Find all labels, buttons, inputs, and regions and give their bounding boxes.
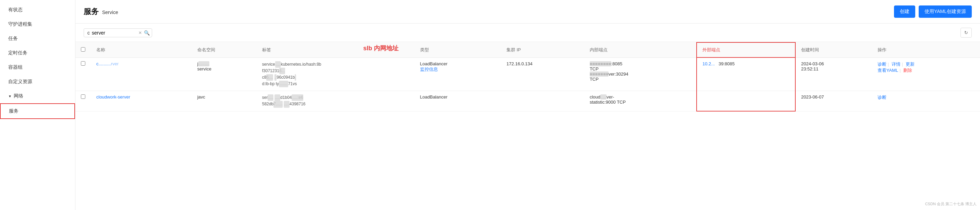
- sidebar-item-pods[interactable]: 容器组: [0, 60, 75, 74]
- page-title-group: 服务 Service: [84, 6, 118, 17]
- col-tags: 标签: [257, 43, 415, 57]
- page-subtitle: Service: [102, 9, 118, 15]
- col-type: 类型: [415, 43, 501, 57]
- search-box: c ✕ 🔍: [84, 28, 152, 37]
- sidebar-item-service[interactable]: 服务: [0, 103, 75, 119]
- row2-created-time: 2023-06-07: [795, 91, 872, 111]
- sidebar-section-label: 网络: [14, 93, 23, 99]
- row1-delete-link[interactable]: 删除: [903, 68, 912, 73]
- row1-cluster-ip: 172.16.0.134: [501, 57, 584, 91]
- row1-tags: service.....kubernetes.io/hash:8b f30712…: [257, 57, 415, 91]
- page-header: 服务 Service 创建 使用YAML创建资源: [75, 0, 980, 24]
- row1-namespace: j......... service: [192, 57, 257, 91]
- sidebar-item-cronjob[interactable]: 定时任务: [0, 46, 75, 60]
- sidebar-item-stateful[interactable]: 有状态: [0, 3, 75, 17]
- search-icon[interactable]: 🔍: [144, 30, 150, 36]
- row2-actions: 诊断: [872, 91, 980, 111]
- row1-ext-endpoint-port: 39:8085: [719, 61, 735, 66]
- row1-ext-endpoint-link[interactable]: 10.2...: [702, 61, 715, 66]
- col-cluster-ip: 集群 IP: [501, 43, 584, 57]
- watermark: CSDN 会员 第二十七条 博主人: [925, 201, 977, 207]
- main-content: 服务 Service 创建 使用YAML创建资源 slb 内网地址 c ✕ 🔍 …: [75, 0, 980, 210]
- content-area: slb 内网地址 c ✕ 🔍 ↻ 名: [75, 24, 980, 210]
- row2-namespace: javc: [192, 91, 257, 111]
- sidebar: 有状态 守护进程集 任务 定时任务 容器组 自定义资源 ▼ 网络 服务: [0, 0, 75, 210]
- row1-name: c..........rver: [91, 57, 192, 91]
- page-title: 服务: [84, 6, 99, 17]
- row1-type: LoadBalancer监控信息: [415, 57, 501, 91]
- row1-monitor-link[interactable]: 监控信息: [420, 67, 438, 72]
- search-prefix-text: c: [88, 30, 90, 36]
- row2-cluster-ip: [501, 91, 584, 111]
- row1-internal-endpoint: ■■■■■■■■:8085 TCP ■■■■■■■ver:30294 TCP: [584, 57, 697, 91]
- row2-internal-endpoint: cloud.....ver- statistic:9000 TCP: [584, 91, 697, 111]
- header-actions: 创建 使用YAML创建资源: [894, 5, 972, 18]
- row2-name-link[interactable]: cloudwork-server: [96, 95, 130, 99]
- create-button[interactable]: 创建: [894, 5, 915, 18]
- row1-external-endpoint: 10.2... 39:8085: [697, 57, 795, 91]
- col-created-time: 创建时间: [795, 43, 872, 57]
- toolbar: c ✕ 🔍 ↻: [75, 24, 980, 42]
- row1-created-time: 2024-03-0623:52:11: [795, 57, 872, 91]
- table-row: c..........rver j......... service servi…: [75, 57, 980, 91]
- service-table: 名称 命名空间 标签 类型 集群 IP 内部端点 外部端点 创建时间 操作: [75, 42, 980, 112]
- table-row: cloudwork-server javc ser..... .....d1b0…: [75, 91, 980, 111]
- row2-type: LoadBalancer: [415, 91, 501, 111]
- row2-external-endpoint: [697, 91, 795, 111]
- refresh-icon: ↻: [964, 30, 968, 35]
- service-table-wrapper: 名称 命名空间 标签 类型 集群 IP 内部端点 外部端点 创建时间 操作: [75, 42, 980, 210]
- sidebar-item-custom[interactable]: 自定义资源: [0, 74, 75, 89]
- row1-yaml-link[interactable]: 查看YAML: [878, 68, 898, 73]
- row2-name: cloudwork-server: [91, 91, 192, 111]
- row2-diagnose-link[interactable]: 诊断: [878, 95, 886, 100]
- sidebar-item-daemonset[interactable]: 守护进程集: [0, 17, 75, 32]
- col-checkbox: [75, 43, 91, 57]
- col-actions: 操作: [872, 43, 980, 57]
- refresh-button[interactable]: ↻: [961, 28, 972, 38]
- search-input[interactable]: [92, 30, 136, 36]
- col-external-endpoint: 外部端点: [697, 43, 795, 57]
- row2-checkbox-cell: [75, 91, 91, 111]
- sidebar-section-network[interactable]: ▼ 网络: [0, 89, 75, 103]
- col-name: 名称: [91, 43, 192, 57]
- row1-detail-link[interactable]: 详情: [892, 62, 900, 67]
- clear-icon[interactable]: ✕: [138, 30, 142, 35]
- row1-name-link[interactable]: c..........rver: [96, 61, 119, 66]
- row1-checkbox[interactable]: [81, 61, 85, 66]
- chevron-down-icon: ▼: [8, 95, 12, 98]
- col-namespace: 命名空间: [192, 43, 257, 57]
- row1-actions: 诊断| 详情| 更新 查看YAML| 删除: [872, 57, 980, 91]
- row1-update-link[interactable]: 更新: [906, 62, 915, 67]
- row1-checkbox-cell: [75, 57, 91, 91]
- row2-checkbox[interactable]: [81, 95, 85, 99]
- row1-diagnose-link[interactable]: 诊断: [878, 62, 886, 67]
- sidebar-item-job[interactable]: 任务: [0, 32, 75, 46]
- select-all-checkbox[interactable]: [81, 47, 85, 52]
- col-internal-endpoint: 内部端点: [584, 43, 697, 57]
- create-yaml-button[interactable]: 使用YAML创建资源: [919, 5, 972, 18]
- row2-tags: ser..... .....d1b04.....:e6 582db7......…: [257, 91, 415, 111]
